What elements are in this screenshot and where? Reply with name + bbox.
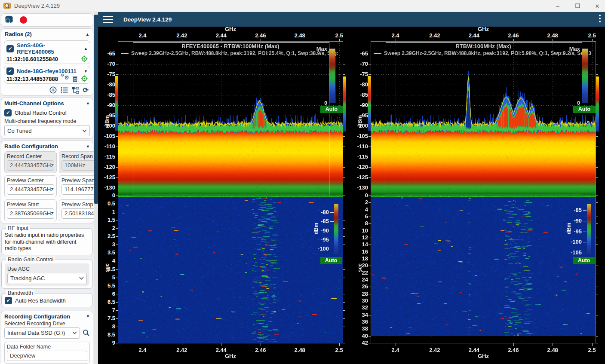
preview-start-field[interactable]: 2.387635069GHz <box>7 208 54 219</box>
radio-1-checkbox[interactable]: ✔ <box>6 45 14 52</box>
freq-mode-select[interactable]: Co Tuned <box>4 125 90 136</box>
time-tick <box>596 336 598 336</box>
radio-tree-icon[interactable] <box>72 87 79 94</box>
time-tick <box>116 245 118 245</box>
close-button[interactable]: ✕ <box>594 3 601 9</box>
time-tick <box>116 269 118 270</box>
waterfall-auto-button[interactable]: Auto <box>320 257 342 264</box>
freq-tick-label: 2.42 <box>172 32 192 39</box>
delete-radio-icon[interactable] <box>72 76 78 82</box>
amp-tick <box>596 188 598 188</box>
time-tick <box>596 329 598 329</box>
radio-item-2[interactable]: ✔ Node-18G-rfeye100111 ▼ 11:32:13.448537… <box>4 66 90 84</box>
minimize-button[interactable]: – <box>554 3 561 9</box>
time-tick <box>369 223 371 224</box>
spectrum-plot[interactable] <box>118 42 343 196</box>
record-span-field: 100MHz <box>61 160 94 171</box>
radio-list-icon[interactable] <box>61 87 68 93</box>
collapse-up-icon[interactable]: ▲ <box>84 46 88 51</box>
amp-tick-label: -125 <box>98 174 115 180</box>
waterfall-plot[interactable] <box>118 196 343 343</box>
collapse-down-icon[interactable]: ▼ <box>86 314 90 318</box>
time-tick <box>369 287 371 287</box>
time-tick <box>116 302 118 303</box>
radio-2-timestamp: 11:32:13.448537888 <box>6 76 58 82</box>
radio-settings-icon[interactable]: ⚙ ⚙ <box>61 75 69 82</box>
time-tick <box>116 228 118 229</box>
freq-tick <box>513 39 514 42</box>
recording-header[interactable]: Recording Configuration ▼ <box>4 313 90 320</box>
preview-span-field[interactable]: 114.196777343M <box>61 184 94 195</box>
recording-drive-select[interactable]: Internal Data SSD (G:\) <box>4 327 80 339</box>
freq-tick-label: 2.5 <box>582 347 602 353</box>
time-tick <box>596 217 598 217</box>
radio-item-1[interactable]: ✔ SenS-40G-RFEYE400065 ▲ 11:32:16.601255… <box>4 40 90 64</box>
time-tick <box>343 196 345 196</box>
density-auto-button[interactable]: Auto <box>320 106 343 113</box>
scrollbar-thumb[interactable] <box>94 15 98 204</box>
amp-tick <box>369 167 371 168</box>
browse-drive-icon[interactable] <box>83 329 90 336</box>
amp-tick <box>369 188 371 188</box>
radios-header[interactable]: Radios (2) ▲ <box>4 31 90 39</box>
time-tick <box>116 236 118 237</box>
freq-tick <box>553 343 553 346</box>
time-tick <box>596 315 598 315</box>
density-max-label: Max <box>301 46 327 52</box>
amp-tick <box>369 177 371 178</box>
waterfall-bar-unit: dBm <box>566 223 572 234</box>
amp-tick <box>116 74 118 75</box>
more-options-icon[interactable] <box>599 15 601 22</box>
agc-select[interactable]: Tracking AGC <box>7 273 87 284</box>
record-icon[interactable] <box>20 16 27 24</box>
waterfall-plot[interactable] <box>371 196 596 343</box>
auto-res-bandwidth-checkbox[interactable]: ✔ <box>5 297 12 304</box>
app-icon <box>3 2 11 9</box>
folder-name-field[interactable]: DeepView <box>7 351 87 361</box>
density-auto-button[interactable]: Auto <box>573 106 596 113</box>
amp-tick-label: -65 <box>351 50 368 57</box>
time-tick <box>369 245 371 245</box>
time-tick-label: 42 <box>351 340 368 346</box>
amp-tick <box>343 188 345 188</box>
freq-tick <box>182 343 182 346</box>
time-tick <box>369 217 371 217</box>
collapse-down-icon[interactable]: ▼ <box>84 69 88 73</box>
collapse-down-icon[interactable]: ▼ <box>86 144 90 149</box>
multi-channel-header[interactable]: Multi-Channel Options ▼ <box>4 100 90 107</box>
menu-icon[interactable] <box>103 16 113 23</box>
amp-tick-label: -125 <box>351 174 368 180</box>
waterfall-bar-tick-label: -100 <box>565 239 582 245</box>
freq-tick <box>339 343 340 346</box>
freq-tick-label: 2.42 <box>424 347 445 353</box>
search-recordings-icon[interactable] <box>4 15 15 24</box>
refresh-icon[interactable]: ⟳ <box>83 87 89 93</box>
global-radio-control-checkbox[interactable]: ✔ <box>4 109 12 116</box>
amp-tick-label: -70 <box>98 61 115 67</box>
add-radio-icon[interactable] <box>49 86 57 94</box>
time-tick <box>369 210 371 210</box>
radio-1-timestamp: 11:32:16.601255840 <box>6 56 78 62</box>
time-tick <box>116 318 118 319</box>
collapse-up-icon[interactable]: ▲ <box>86 32 89 37</box>
freq-axis-bottom-unit: GHz <box>118 353 343 359</box>
freq-tick-label: 2.44 <box>464 347 484 353</box>
collapse-down-icon[interactable]: ▼ <box>86 101 90 106</box>
freq-tick-label: 2.48 <box>289 32 310 39</box>
amp-tick-label: -130 <box>351 184 368 191</box>
time-tick-label: 8 <box>98 323 115 330</box>
spectrum-plot[interactable] <box>371 42 596 196</box>
sidebar-toolbar <box>1 13 93 27</box>
radio-2-checkbox[interactable]: ✔ <box>6 67 14 75</box>
freq-tick <box>221 39 221 42</box>
preview-center-field[interactable]: 2.444733457GHz <box>7 184 54 195</box>
waterfall-auto-button[interactable]: Auto <box>573 257 595 264</box>
time-tick <box>116 204 118 204</box>
radio-config-header[interactable]: Radio Configuration ▼ <box>4 143 90 150</box>
preview-stop-field[interactable]: 2.501831846GHz <box>61 208 94 219</box>
sidebar-scrollbar[interactable] <box>94 12 98 364</box>
maximize-button[interactable] <box>574 3 581 9</box>
time-tick-label: 0 <box>98 192 115 199</box>
time-tick-label: 36 <box>351 318 368 325</box>
amp-tick-label: -80 <box>351 81 368 88</box>
